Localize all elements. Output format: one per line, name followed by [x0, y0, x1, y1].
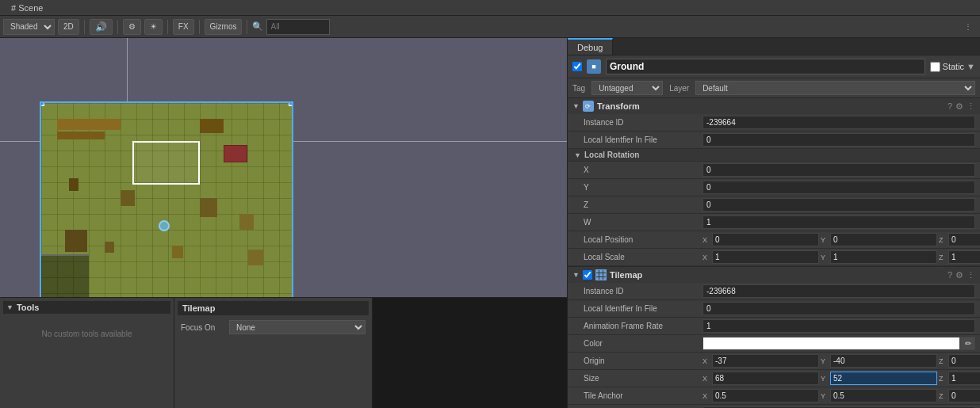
gizmos-button[interactable]: Gizmos: [205, 19, 243, 35]
tile-orientation-row: Tile Orientation XY: [568, 405, 980, 408]
scene-viewport[interactable]: [0, 38, 567, 297]
origin-xyz: X Y Z: [702, 354, 980, 368]
transform-instance-id-input[interactable]: [702, 116, 975, 129]
color-row: Color ✏: [568, 335, 980, 353]
pos-y-label: Y: [821, 236, 829, 244]
tilemap-help-icon[interactable]: ?: [947, 270, 952, 280]
tilemap-bottom-panel: Tilemap Focus On None: [174, 298, 373, 408]
transform-header[interactable]: ▼ ⟳ Transform ? ⚙ ⋮: [568, 98, 980, 114]
anchor-z-input[interactable]: [948, 389, 980, 402]
sep2: [117, 20, 118, 34]
tilemap-header[interactable]: ▼ Tilemap ? ⚙ ⋮: [568, 267, 980, 283]
tilemap-local-id-input[interactable]: [702, 302, 975, 315]
tab-debug[interactable]: Debug: [568, 38, 613, 55]
local-scale-xyz: X Y Z: [702, 250, 980, 264]
search-input[interactable]: [266, 19, 330, 35]
rotation-x-label: X: [584, 166, 702, 174]
tag-select[interactable]: Untagged: [591, 81, 663, 95]
local-rotation-subsection[interactable]: ▼ Local Rotation: [568, 149, 980, 162]
transform-more-icon[interactable]: ⋮: [967, 101, 975, 112]
rotation-w-input[interactable]: [702, 215, 975, 229]
transform-local-id-input[interactable]: [702, 133, 975, 147]
tile-anchor-xyz: X Y Z: [702, 389, 980, 402]
inspector-tabs: Debug: [568, 38, 980, 55]
pos-z-input[interactable]: [948, 233, 980, 246]
object-name-input[interactable]: [606, 59, 925, 74]
sep3: [167, 20, 168, 34]
pos-x-input[interactable]: [712, 233, 819, 246]
object-enabled-checkbox[interactable]: [572, 62, 582, 71]
animation-frame-rate-row: Animation Frame Rate: [568, 318, 980, 335]
tile-s1: [69, 178, 78, 191]
scale-x-input[interactable]: [712, 250, 819, 264]
tilemap-settings-icon[interactable]: ⚙: [955, 270, 963, 280]
tilemap-instance-id-input[interactable]: [702, 284, 975, 298]
animation-frame-rate-label: Animation Frame Rate: [584, 322, 702, 330]
tile-s4: [239, 214, 254, 230]
transform-settings-icon[interactable]: ⚙: [955, 101, 963, 112]
tile-s2: [121, 190, 135, 206]
tile-s6: [105, 242, 114, 253]
scene-tab[interactable]: # Scene: [5, 3, 49, 13]
tilemap-more-icon[interactable]: ⋮: [967, 270, 975, 280]
origin-z-label: Z: [939, 357, 947, 365]
color-swatch[interactable]: [702, 337, 960, 350]
tools-empty-message: No custom tools available: [3, 330, 170, 338]
static-dropdown-arrow[interactable]: ▼: [967, 62, 975, 71]
local-scale-row: Local Scale X Y Z: [568, 249, 980, 266]
color-field: ✏: [702, 337, 975, 350]
sep5: [247, 20, 247, 34]
tools-title: Tools: [17, 303, 40, 312]
origin-row: Origin X Y Z: [568, 353, 980, 370]
anchor-x-input[interactable]: [712, 389, 819, 402]
tile-deco-red: [224, 145, 247, 162]
search-icon: 🔍: [252, 21, 263, 32]
more-button[interactable]: ⋮: [959, 19, 977, 35]
tilemap-enabled-checkbox[interactable]: [583, 270, 592, 280]
animation-frame-rate-input[interactable]: [702, 319, 975, 333]
size-x-label: X: [702, 375, 710, 383]
focus-on-select[interactable]: None: [229, 320, 366, 334]
origin-y-input[interactable]: [830, 354, 937, 368]
lighting-button[interactable]: ☀: [144, 19, 163, 35]
tilemap-title: Tilemap: [610, 270, 944, 280]
scale-y-input[interactable]: [830, 250, 937, 264]
rotation-y-input[interactable]: [702, 181, 975, 194]
anchor-y-input[interactable]: [830, 389, 937, 402]
tilemap-instance-id-value: [702, 284, 975, 298]
static-label: Static: [943, 62, 965, 71]
tilemap-focus-row: Focus On None: [178, 318, 369, 336]
stats-button[interactable]: ⚙: [123, 19, 141, 35]
inspector-content[interactable]: ▼ ⟳ Transform ? ⚙ ⋮ Instance ID: [568, 98, 980, 408]
sep1: [84, 20, 85, 34]
inspector-panel: Debug ■ Static ▼ Tag Untagged Layer Defa…: [568, 38, 980, 408]
tilemap-local-id-row: Local Identfier In File: [568, 300, 980, 318]
shaded-select[interactable]: Shaded: [3, 19, 55, 35]
top-bar: # Scene: [0, 0, 980, 16]
origin-x-input[interactable]: [712, 354, 819, 368]
tools-arrow: ▼: [6, 303, 13, 311]
origin-z-input[interactable]: [948, 354, 980, 368]
transform-help-icon[interactable]: ?: [947, 101, 952, 112]
transform-local-id-value: [702, 133, 975, 147]
color-eyedropper[interactable]: ✏: [960, 337, 975, 350]
size-y-input[interactable]: [830, 372, 937, 385]
size-z-input[interactable]: [948, 372, 980, 385]
transform-icon: ⟳: [583, 101, 594, 112]
transform-component: ▼ ⟳ Transform ? ⚙ ⋮ Instance ID: [568, 98, 980, 267]
static-checkbox[interactable]: [930, 62, 940, 72]
scale-z-input[interactable]: [948, 250, 980, 264]
tilemap-instance-id-row: Instance ID: [568, 283, 980, 300]
layer-select[interactable]: Default: [695, 81, 975, 95]
fx-button[interactable]: FX: [173, 19, 194, 35]
rotation-z-input[interactable]: [702, 198, 975, 212]
audio-button[interactable]: 🔊: [90, 19, 113, 35]
rotation-x-input[interactable]: [702, 163, 975, 177]
2d-button[interactable]: 2D: [58, 19, 79, 35]
pos-y-input[interactable]: [830, 233, 937, 246]
scale-y-label: Y: [821, 254, 829, 261]
size-x-input[interactable]: [712, 372, 819, 385]
anchor-x-label: X: [702, 392, 710, 400]
size-y-label: Y: [821, 375, 829, 383]
focus-on-label: Focus On: [181, 323, 224, 332]
